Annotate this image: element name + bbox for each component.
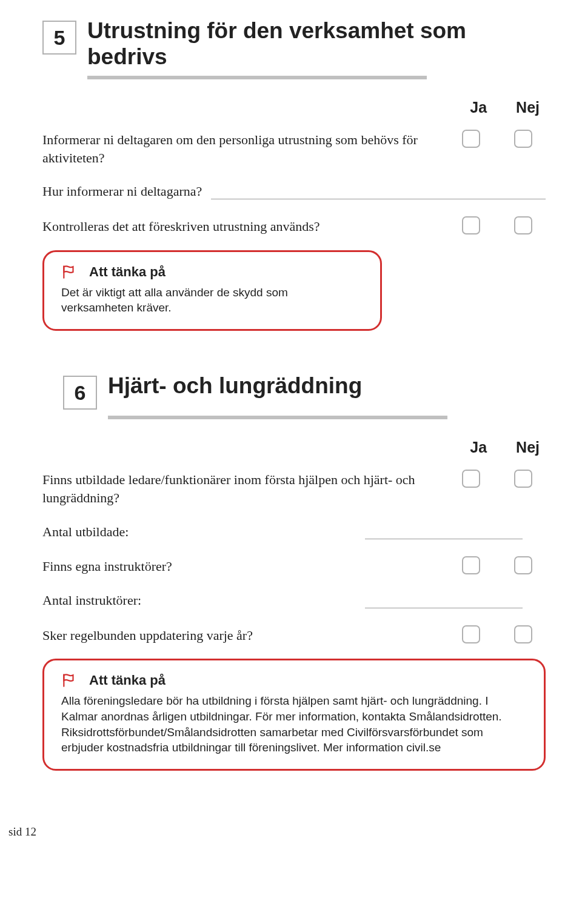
flag-icon: [61, 673, 77, 688]
question-row-6-5: Sker regelbunden uppdatering varje år?: [42, 625, 546, 645]
callout-body: Alla föreningsledare bör ha utbildning i…: [61, 693, 527, 756]
callout-title: Att tänka på: [89, 264, 166, 280]
nej-label: Nej: [516, 99, 540, 116]
question-text: Kontrolleras det att föreskriven utrustn…: [42, 216, 444, 236]
question-text: Antal utbildade:: [42, 522, 129, 541]
page-number: sid 12: [8, 825, 546, 839]
callout-5: Att tänka på Det är viktigt att alla anv…: [42, 250, 382, 331]
callout-6: Att tänka på Alla föreningsledare bör ha…: [42, 659, 546, 771]
checkbox-nej[interactable]: [514, 216, 532, 234]
ja-nej-header-5: Ja Nej: [42, 99, 546, 116]
ja-label: Ja: [470, 99, 487, 116]
section-6: 6 Hjärt- och lungräddning Ja Nej Finns u…: [42, 373, 546, 771]
section-5-title: Utrustning för den verksamhet som bedriv…: [87, 18, 546, 70]
callout-title: Att tänka på: [89, 673, 166, 688]
checkbox-nej[interactable]: [514, 130, 532, 148]
checkbox-ja[interactable]: [462, 556, 480, 574]
callout-header: Att tänka på: [61, 264, 363, 280]
checkbox-ja[interactable]: [462, 216, 480, 234]
question-text: Antal instruktörer:: [42, 590, 141, 610]
section-number-5: 5: [42, 21, 76, 55]
nej-label: Nej: [516, 439, 540, 456]
checkbox-pair: [462, 470, 546, 488]
ja-label: Ja: [470, 439, 487, 456]
text-input-antal-instruktorer[interactable]: [365, 591, 523, 608]
ja-nej-header-6: Ja Nej: [42, 439, 546, 456]
section-6-header: 6 Hjärt- och lungräddning: [63, 373, 546, 410]
callout-header: Att tänka på: [61, 673, 527, 688]
checkbox-nej[interactable]: [514, 556, 532, 574]
divider: [87, 76, 427, 79]
question-row-5-1: Informerar ni deltagaren om den personli…: [42, 130, 546, 167]
checkbox-pair: [462, 130, 546, 148]
question-text: Finns utbildade ledare/funktionärer inom…: [42, 470, 444, 507]
question-text: Hur informerar ni deltagarna?: [42, 181, 202, 201]
checkbox-pair: [462, 216, 546, 234]
section-5: 5 Utrustning för den verksamhet som bedr…: [42, 18, 546, 331]
question-row-6-2: Antal utbildade:: [42, 522, 546, 541]
question-row-6-4: Antal instruktörer:: [42, 590, 546, 610]
question-text: Sker regelbunden uppdatering varje år?: [42, 625, 444, 645]
checkbox-ja[interactable]: [462, 625, 480, 643]
question-row-6-3: Finns egna instruktörer?: [42, 556, 546, 576]
text-input-how-inform[interactable]: [211, 182, 546, 199]
callout-body: Det är viktigt att alla använder de skyd…: [61, 285, 363, 316]
question-row-6-1: Finns utbildade ledare/funktionärer inom…: [42, 470, 546, 507]
section-6-title: Hjärt- och lungräddning: [108, 373, 362, 399]
section-5-header: 5 Utrustning för den verksamhet som bedr…: [42, 18, 546, 70]
checkbox-pair: [462, 625, 546, 643]
question-row-5-3: Kontrolleras det att föreskriven utrustn…: [42, 216, 546, 236]
checkbox-pair: [462, 556, 546, 574]
text-input-antal-utbildade[interactable]: [365, 522, 523, 539]
checkbox-nej[interactable]: [514, 470, 532, 488]
checkbox-nej[interactable]: [514, 625, 532, 643]
question-text: Informerar ni deltagaren om den personli…: [42, 130, 444, 167]
flag-icon: [61, 264, 77, 280]
question-row-5-2: Hur informerar ni deltagarna?: [42, 181, 546, 201]
divider: [108, 416, 447, 419]
section-number-6: 6: [63, 376, 97, 410]
question-text: Finns egna instruktörer?: [42, 556, 444, 576]
checkbox-ja[interactable]: [462, 130, 480, 148]
checkbox-ja[interactable]: [462, 470, 480, 488]
